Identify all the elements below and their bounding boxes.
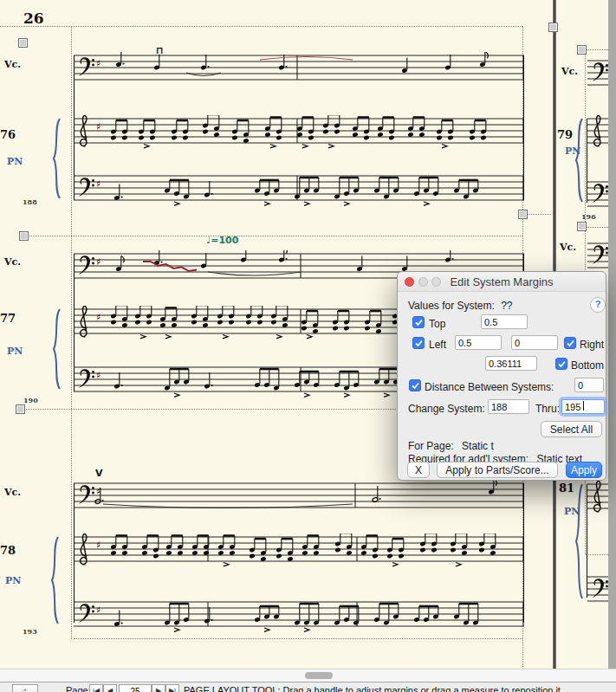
horizontal-scrollbar[interactable] xyxy=(0,669,616,682)
prev-page-button[interactable]: ◀ xyxy=(103,684,117,692)
for-page-label: For Page: Static t xyxy=(408,440,494,452)
page-top-margin-guide xyxy=(0,26,522,27)
tempo-marking[interactable]: ♩=100 xyxy=(206,235,238,246)
staff-vc-system1[interactable]: ♯ xyxy=(74,52,524,87)
bottom-margin-field[interactable] xyxy=(485,356,537,371)
apply-button[interactable]: Apply xyxy=(566,462,602,478)
staff-vc-system3[interactable]: ♯ xyxy=(74,480,524,514)
right-page-margin-guide xyxy=(586,554,608,555)
staff-label-vc: Vc. xyxy=(4,487,21,498)
change-system-label: Change System: xyxy=(408,403,485,415)
apply-to-parts-button[interactable]: Apply to Parts/Score... xyxy=(437,462,558,478)
page-number-input[interactable] xyxy=(119,684,152,692)
right-label: Right xyxy=(580,339,604,351)
scrollbar-thumb[interactable] xyxy=(305,672,333,679)
distance-field[interactable] xyxy=(574,378,604,392)
close-x-button[interactable]: X xyxy=(407,462,430,478)
group-label-pn: PN xyxy=(5,575,21,586)
system-margin-guide xyxy=(23,236,522,236)
edit-system-margins-dialog: Edit System Margins Values for System: ?… xyxy=(397,271,606,481)
left-label: Left xyxy=(429,339,446,351)
measure-number: 193 xyxy=(23,627,37,636)
staff-piano-treble-system3[interactable]: ♯ xyxy=(74,534,524,568)
distance-label: Distance Between Systems: xyxy=(425,381,554,393)
staff-label-vc: Vc. xyxy=(4,59,21,70)
values-for-system-value: ?? xyxy=(501,300,512,312)
last-page-button[interactable]: ▶| xyxy=(165,684,179,692)
measure-number: 188 xyxy=(23,197,37,206)
system-number: 77 xyxy=(0,312,16,325)
distance-checkbox[interactable] xyxy=(409,379,421,391)
margin-handle[interactable] xyxy=(577,45,587,55)
staff-vc-right-mid[interactable] xyxy=(587,240,608,275)
group-label-pn: PN xyxy=(7,156,23,167)
right-page-margin-guide xyxy=(586,227,608,228)
staff-piano-bass-system3[interactable]: ♯ xyxy=(74,598,524,633)
staff-piano-treble-right[interactable] xyxy=(587,115,608,150)
left-checkbox[interactable] xyxy=(412,337,425,349)
help-button[interactable]: ? xyxy=(590,297,606,313)
staff-label-vc: Vc. xyxy=(560,242,576,253)
svg-text:♯: ♯ xyxy=(96,540,101,551)
piano-brace xyxy=(574,482,585,600)
top-margin-field[interactable] xyxy=(481,314,528,329)
margin-handle[interactable] xyxy=(16,404,25,414)
left-margin-field[interactable] xyxy=(455,335,502,350)
dialog-titlebar[interactable]: Edit System Margins xyxy=(398,272,606,292)
staff-piano-treble-system1[interactable]: ♯ xyxy=(74,115,524,150)
staff-piano-bass-right-lower[interactable] xyxy=(587,573,608,608)
svg-text:♯: ♯ xyxy=(96,370,101,381)
svg-text:♯: ♯ xyxy=(96,256,101,268)
next-page-button[interactable]: ▶ xyxy=(152,684,165,692)
piano-brace xyxy=(574,117,585,204)
piano-brace xyxy=(52,307,62,391)
system-number: 81 xyxy=(559,482,574,495)
app-background-strip xyxy=(608,0,616,669)
right-checkbox[interactable] xyxy=(564,337,576,349)
system-number: 79 xyxy=(557,128,573,141)
margin-handle[interactable] xyxy=(19,231,29,241)
svg-text:♯: ♯ xyxy=(96,58,101,69)
bottom-label: Bottom xyxy=(571,359,604,372)
measure-number: 190 xyxy=(23,396,38,404)
change-system-field[interactable] xyxy=(488,399,529,414)
extra-margin-field[interactable] xyxy=(511,335,558,350)
for-page-text: For Page: xyxy=(408,440,454,452)
measure-number: 196 xyxy=(581,212,596,221)
svg-text:♯: ♯ xyxy=(96,605,101,616)
system-margin-guide xyxy=(525,214,551,215)
piano-brace xyxy=(52,117,62,200)
staff-piano-treble-right-lower[interactable] xyxy=(587,481,608,515)
group-label-pn: PN xyxy=(7,346,23,357)
page-left-margin-guide xyxy=(71,26,72,639)
staff-piano-bass-system1[interactable]: ♯ xyxy=(74,172,524,207)
svg-text:♯: ♯ xyxy=(96,312,101,323)
staff-piano-bass-right[interactable] xyxy=(587,178,608,213)
values-for-system-text: Values for System: xyxy=(408,300,495,312)
app-window: 26 Vc. 76 PN 188 ♩=100 Vc. 77 PN 190 V ⊓… xyxy=(0,0,616,692)
system-number: 78 xyxy=(0,544,16,557)
tool-message: PAGE LAYOUT TOOL: Drag a handle to adjus… xyxy=(184,685,563,692)
margin-handle[interactable] xyxy=(548,23,558,32)
status-bar: ^ Page: |◀ ◀ ▶ ▶| PAGE LAYOUT TOOL: Drag… xyxy=(0,682,616,692)
svg-text:♯: ♯ xyxy=(96,121,101,133)
bottom-checkbox[interactable] xyxy=(555,358,567,370)
first-page-button[interactable]: |◀ xyxy=(89,684,103,692)
text-cursor xyxy=(583,401,584,411)
for-page-value: Static t xyxy=(462,440,494,452)
margin-handle[interactable] xyxy=(518,210,528,219)
thru-label: Thru: xyxy=(535,403,560,415)
up-bow-icon: V xyxy=(95,468,103,479)
system-number: 76 xyxy=(0,128,16,141)
top-label: Top xyxy=(429,318,445,330)
svg-text:♯: ♯ xyxy=(96,178,101,190)
margin-handle[interactable] xyxy=(577,222,587,231)
dialog-title: Edit System Margins xyxy=(398,275,606,288)
piano-brace xyxy=(50,535,61,625)
scroll-up-button[interactable]: ^ xyxy=(12,684,38,692)
page-number: 26 xyxy=(23,10,44,27)
top-checkbox[interactable] xyxy=(412,316,425,328)
staff-vc-right-top[interactable] xyxy=(587,57,608,92)
margin-handle[interactable] xyxy=(18,38,28,48)
select-all-button[interactable]: Select All xyxy=(541,421,602,437)
